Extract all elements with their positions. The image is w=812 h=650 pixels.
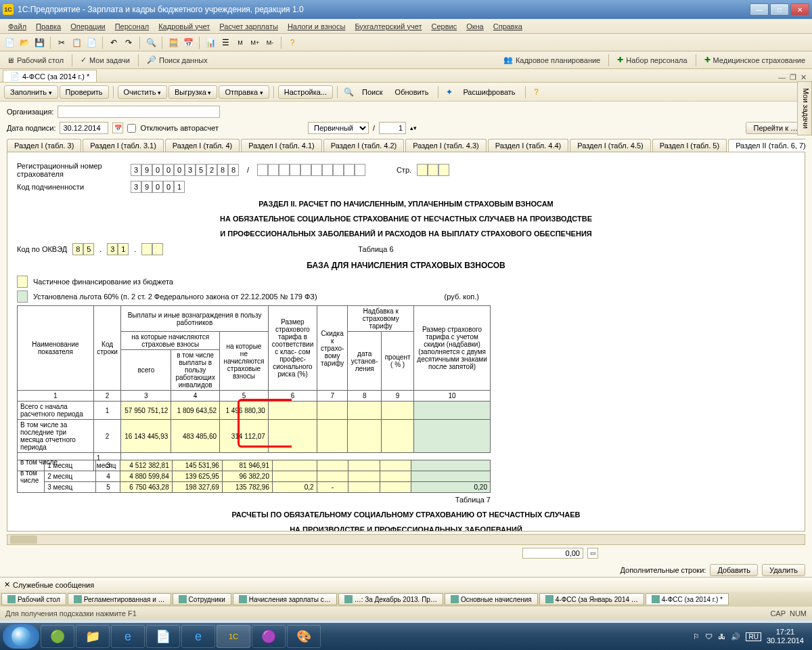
tab-section-1-4[interactable]: Раздел I (табл. 4) xyxy=(165,139,240,152)
window-maximize-button[interactable]: □ xyxy=(770,3,789,16)
decode-button[interactable]: Расшифровать xyxy=(457,86,520,98)
window-close-button[interactable]: ✕ xyxy=(790,3,809,16)
mmc-icon[interactable]: M- xyxy=(263,36,277,49)
wintab-dec2013[interactable]: …: За Декабрь 2013. Пр… xyxy=(338,593,443,605)
clear-button[interactable]: Очистить xyxy=(118,85,167,99)
system-tray[interactable]: ⚐ 🛡 🖧 🔊 RU 17:21 30.12.2014 xyxy=(687,628,809,645)
menu-edit[interactable]: Правка xyxy=(32,21,65,32)
doc-restore-icon[interactable]: ❐ xyxy=(790,73,796,82)
tab-section-1-3-1[interactable]: Раздел I (табл. 3.1) xyxy=(83,139,164,152)
save-icon[interactable]: 💾 xyxy=(32,36,46,49)
taskbar-explorer[interactable]: 📁 xyxy=(76,625,110,648)
calc-icon[interactable]: 🧮 xyxy=(166,36,180,49)
org-input[interactable] xyxy=(58,106,220,118)
close-msg-icon[interactable]: ✕ xyxy=(4,580,10,589)
undo-icon[interactable]: ↶ xyxy=(107,36,120,49)
menu-file[interactable]: Файл xyxy=(4,21,30,32)
calendar-picker-icon[interactable]: 📅 xyxy=(112,123,123,133)
mytasks-link[interactable]: ✓Мои задачи xyxy=(76,54,134,66)
menu-personnel[interactable]: Персонал xyxy=(111,21,154,32)
taskbar-ie[interactable]: e xyxy=(111,625,145,648)
taskbar-1c[interactable]: 1C xyxy=(217,625,250,648)
doc-minimize-icon[interactable]: — xyxy=(778,73,786,82)
find-icon[interactable]: 🔍 xyxy=(144,36,158,49)
tab-section-1-4-5[interactable]: Раздел I (табл. 4.5) xyxy=(570,139,651,152)
reg-number-cells[interactable]: 3900035288 xyxy=(131,164,239,176)
tray-volume-icon[interactable]: 🔊 xyxy=(731,632,740,641)
search-link[interactable]: 🔎Поиск данных xyxy=(143,54,212,66)
tab-section-1-4-1[interactable]: Раздел I (табл. 4.1) xyxy=(241,139,322,152)
list-icon[interactable]: ☰ xyxy=(219,36,232,49)
taskbar-ie-2[interactable]: e xyxy=(181,625,215,648)
delete-row-button[interactable]: Удалить xyxy=(762,564,805,576)
tab-section-1-4-4[interactable]: Раздел I (табл. 4.4) xyxy=(488,139,569,152)
wintab-regulated[interactable]: Регламентированная и … xyxy=(68,593,171,605)
mytasks-sidetab[interactable]: Мои задачи xyxy=(797,81,812,135)
search-cmd-icon[interactable]: 🔍 xyxy=(342,85,355,99)
tab-section-1-3[interactable]: Раздел I (табл. 3) xyxy=(7,139,81,152)
tab-section-2-6-7[interactable]: Раздел II (табл. 6, 7) xyxy=(728,139,805,152)
service-messages-bar[interactable]: ✕ Служебные сообщения xyxy=(0,577,812,592)
partial-fin-checkbox[interactable] xyxy=(17,276,28,288)
add-row-button[interactable]: Добавить xyxy=(710,564,758,576)
taskbar-paint[interactable]: 🎨 xyxy=(287,625,321,648)
help-icon[interactable]: ? xyxy=(286,36,299,49)
paste-icon[interactable]: 📄 xyxy=(85,36,98,49)
reg-number-ext-cells[interactable] xyxy=(257,164,365,176)
chart-icon[interactable]: 📊 xyxy=(204,36,217,49)
calendar-icon[interactable]: 📅 xyxy=(181,36,195,49)
sign-date-input[interactable] xyxy=(60,122,108,134)
okved-3-cells[interactable] xyxy=(141,243,163,255)
goto-button[interactable]: Перейти к … xyxy=(746,122,805,134)
menu-accounting[interactable]: Бухгалтерский учет xyxy=(351,21,426,32)
wintab-base-accruals[interactable]: Основные начисления xyxy=(445,593,538,605)
menu-taxes[interactable]: Налоги и взносы xyxy=(284,21,350,32)
tab-section-1-4-3[interactable]: Раздел I (табл. 4.3) xyxy=(405,139,487,152)
export-button[interactable]: Выгрузка xyxy=(168,85,217,99)
help-cmd-icon[interactable]: ? xyxy=(530,85,543,99)
tray-shield-icon[interactable]: 🛡 xyxy=(705,632,713,641)
desktop-link[interactable]: 🖥Рабочий стол xyxy=(3,55,68,66)
clock[interactable]: 17:21 30.12.2014 xyxy=(767,628,804,645)
copy-icon[interactable]: 📋 xyxy=(70,36,83,49)
total-calc-icon[interactable]: ▭ xyxy=(587,548,598,559)
mmr-icon[interactable]: M+ xyxy=(248,36,262,49)
okved-2-cells[interactable]: 31 xyxy=(107,243,129,255)
menu-payroll[interactable]: Расчет зарплаты xyxy=(215,21,282,32)
tab-section-1-5[interactable]: Раздел I (табл. 5) xyxy=(652,139,727,152)
wintab-4fss-jan[interactable]: 4-ФСС (за Январь 2014 … xyxy=(539,593,644,605)
cut-icon[interactable]: ✂ xyxy=(55,36,68,49)
wintab-payroll[interactable]: Начисления зарплаты с… xyxy=(233,593,337,605)
wintab-employees[interactable]: Сотрудники xyxy=(173,593,231,605)
tray-lang-icon[interactable]: RU xyxy=(746,632,761,641)
menu-service[interactable]: Сервис xyxy=(428,21,461,32)
medical-link[interactable]: ✚Медицинское страхование xyxy=(700,54,809,66)
hr-planning-link[interactable]: 👥Кадровое планирование xyxy=(499,54,604,66)
taskbar-app-6[interactable]: 🟣 xyxy=(252,625,286,648)
menu-windows[interactable]: Окна xyxy=(462,21,488,32)
document-tab[interactable]: 📄 4-ФСС (за 2014 г.) * xyxy=(3,70,97,82)
check-button[interactable]: Проверить xyxy=(60,85,109,99)
page-cells[interactable] xyxy=(417,164,449,176)
menu-help[interactable]: Справка xyxy=(489,21,526,32)
settings-button[interactable]: Настройка... xyxy=(278,85,333,99)
fill-button[interactable]: Заполнить xyxy=(4,85,58,99)
new-icon[interactable]: 📄 xyxy=(3,36,16,49)
open-icon[interactable]: 📂 xyxy=(18,36,31,49)
report-type-select[interactable]: Первичный xyxy=(308,122,369,134)
redo-icon[interactable]: ↷ xyxy=(122,36,135,49)
tray-flag-icon[interactable]: ⚐ xyxy=(693,632,700,641)
refresh-button[interactable]: Обновить xyxy=(390,86,434,98)
menu-operations[interactable]: Операции xyxy=(66,21,109,32)
recruitment-link[interactable]: ✚Набор персонала xyxy=(613,54,691,66)
panel-hscrollbar[interactable] xyxy=(7,534,805,545)
decode-icon[interactable]: ✦ xyxy=(443,85,456,99)
tray-network-icon[interactable]: 🖧 xyxy=(718,632,725,641)
tab-section-1-4-2[interactable]: Раздел I (табл. 4.2) xyxy=(323,139,405,152)
wintab-4fss-2014[interactable]: 4-ФСС (за 2014 г.) * xyxy=(646,593,729,605)
lgota-checkbox[interactable] xyxy=(17,290,28,303)
mml-icon[interactable]: M xyxy=(233,36,247,49)
menu-hr[interactable]: Кадровый учет xyxy=(154,21,214,32)
wintab-desktop[interactable]: Рабочий стол xyxy=(1,593,66,605)
send-button[interactable]: Отправка xyxy=(219,85,269,99)
